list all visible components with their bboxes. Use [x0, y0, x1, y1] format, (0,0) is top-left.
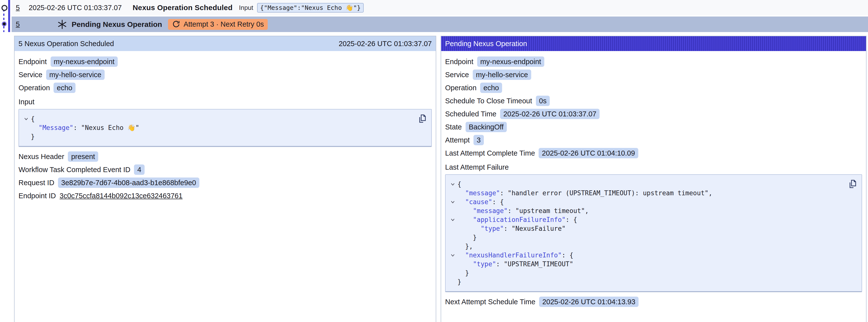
code-text: "type": "UPSTREAM_TIMEOUT" [458, 260, 574, 268]
field-label: Scheduled Time [445, 110, 496, 118]
event-timestamp: 2025-02-26 UTC 01:03:37.07 [29, 4, 122, 12]
chevron-down-icon[interactable] [22, 115, 31, 123]
field-endpoint: Endpointmy-nexus-endpoint [445, 57, 862, 67]
field-service: Servicemy-hello-service [445, 69, 862, 80]
attempt-retry-badge: Attempt 3 · Next Retry 0s [168, 19, 268, 30]
code-text: } [458, 268, 469, 278]
copy-button[interactable] [416, 113, 427, 124]
field-label: Attempt [445, 136, 470, 144]
timeline-active-bar [8, 0, 10, 32]
code-text: } [31, 132, 35, 141]
field-label: Operation [445, 84, 476, 92]
field-endpoint: Endpointmy-nexus-endpoint [19, 57, 432, 67]
event-row-nexus-operation-scheduled[interactable]: 5 2025-02-26 UTC 01:03:37.07 Nexus Opera… [11, 0, 868, 15]
field-label: Service [445, 71, 469, 79]
retry-icon [172, 20, 180, 29]
code-gutter [448, 268, 458, 278]
code-text: "type": "NexusFailure" [458, 224, 565, 233]
code-text: { [31, 115, 35, 123]
field-service: Servicemy-hello-service [19, 69, 432, 80]
field-value: echo [480, 83, 502, 93]
code-text: "nexusHandlerFailureInfo": { [458, 251, 574, 260]
code-text: "message": "upstream timeout", [458, 206, 589, 215]
code-gutter [22, 132, 31, 141]
field-label: Endpoint ID [19, 192, 56, 200]
code-gutter [448, 260, 458, 268]
chevron-down-icon[interactable] [448, 251, 458, 260]
field-value: 3e829b7e-7d67-4b08-aad3-b1e868bfe9e0 [58, 178, 199, 188]
field-workflow-task-completed-event-id: Workflow Task Completed Event ID4 [19, 164, 432, 175]
field-label: Operation [19, 84, 50, 92]
code-text: }, [458, 242, 473, 251]
code-line: } [448, 233, 846, 242]
field-label: Schedule To Close Timeout [445, 97, 532, 105]
field-operation: Operationecho [445, 83, 862, 93]
failure-json-block: { "message": "handler error (UPSTREAM_TI… [445, 174, 862, 292]
field-endpoint-id: Endpoint ID3c0c75ccfa8144b092c13ce632463… [19, 191, 432, 201]
event-input-preview: {"Message":"Nexus Echo 👋"} [257, 3, 364, 12]
code-line: "nexusHandlerFailureInfo": { [448, 251, 846, 260]
event-detail-header-title: 5 Nexus Operation Scheduled [19, 40, 114, 48]
field-value: BackingOff [466, 122, 507, 132]
asterisk-icon [57, 19, 68, 30]
field-next-attempt-schedule-time: Next Attempt Schedule Time2025-02-26 UTC… [445, 297, 862, 307]
pending-operation-header: Pending Nexus Operation [441, 36, 866, 51]
input-json-block: { "Message": "Nexus Echo 👋"} [19, 109, 432, 147]
copy-icon [417, 114, 427, 124]
code-text: "message": "handler error (UPSTREAM_TIME… [458, 189, 712, 197]
chevron-down-icon[interactable] [448, 197, 458, 206]
field-label: State [445, 123, 462, 131]
field-nexus-header: Nexus Headerpresent [19, 151, 432, 162]
pending-nexus-operation-row[interactable]: 5 Pending Nexus Operation Attempt 3 · Ne… [11, 17, 868, 32]
field-label: Nexus Header [19, 153, 64, 161]
code-text: { [458, 180, 461, 189]
event-detail-header-timestamp: 2025-02-26 UTC 01:03:37.07 [339, 40, 432, 48]
code-gutter [448, 206, 458, 215]
copy-icon [847, 179, 857, 189]
pending-operation-panel: Pending Nexus Operation Endpointmy-nexus… [441, 36, 867, 322]
code-gutter [448, 233, 458, 242]
field-label: Endpoint [19, 58, 47, 66]
field-last-attempt-complete-time: Last Attempt Complete Time2025-02-26 UTC… [445, 148, 862, 158]
code-line: } [22, 132, 415, 141]
field-value: my-hello-service [46, 69, 104, 80]
code-gutter [448, 224, 458, 233]
code-gutter [22, 123, 31, 132]
chevron-down-icon[interactable] [448, 180, 458, 189]
field-label: Service [19, 71, 42, 79]
code-line: { [22, 115, 415, 123]
copy-button[interactable] [846, 178, 858, 190]
event-input-label: Input [239, 4, 253, 11]
pending-operation-header-title: Pending Nexus Operation [445, 40, 527, 48]
code-text: } [458, 233, 477, 242]
event-title: Nexus Operation Scheduled [132, 3, 232, 12]
code-text: "Message": "Nexus Echo 👋" [31, 123, 139, 132]
code-text: "applicationFailureInfo": { [458, 215, 577, 224]
pending-title: Pending Nexus Operation [71, 20, 162, 29]
field-value: my-nexus-endpoint [51, 57, 118, 67]
code-gutter [448, 242, 458, 251]
field-value: my-hello-service [473, 69, 531, 80]
field-attempt: Attempt3 [445, 135, 862, 145]
code-line: "Message": "Nexus Echo 👋" [22, 123, 415, 132]
field-value: 2025-02-26 UTC 01:04:13.93 [539, 297, 639, 307]
input-section-label: Input [19, 98, 432, 106]
code-text: } [458, 278, 461, 286]
event-detail-header: 5 Nexus Operation Scheduled 2025-02-26 U… [14, 36, 436, 51]
field-schedule-to-close-timeout: Schedule To Close Timeout0s [445, 96, 862, 106]
chevron-down-icon[interactable] [448, 215, 458, 224]
code-line: "cause": { [448, 197, 846, 206]
event-id-link[interactable]: 5 [16, 4, 20, 12]
field-value[interactable]: 3c0c75ccfa8144b092c13ce632463761 [60, 192, 183, 200]
pending-event-id-link[interactable]: 5 [16, 20, 20, 28]
code-line: "type": "UPSTREAM_TIMEOUT" [448, 260, 846, 268]
code-text: "cause": { [458, 197, 504, 206]
code-line: }, [448, 242, 846, 251]
field-value: 4 [134, 164, 144, 175]
field-state: StateBackingOff [445, 122, 862, 132]
field-value: 3 [473, 135, 484, 145]
timeline-selected-dot-icon [2, 22, 7, 26]
attempt-badge-text: Attempt 3 · Next Retry 0s [184, 20, 264, 28]
field-label: Next Attempt Schedule Time [445, 298, 535, 306]
code-gutter [448, 189, 458, 197]
